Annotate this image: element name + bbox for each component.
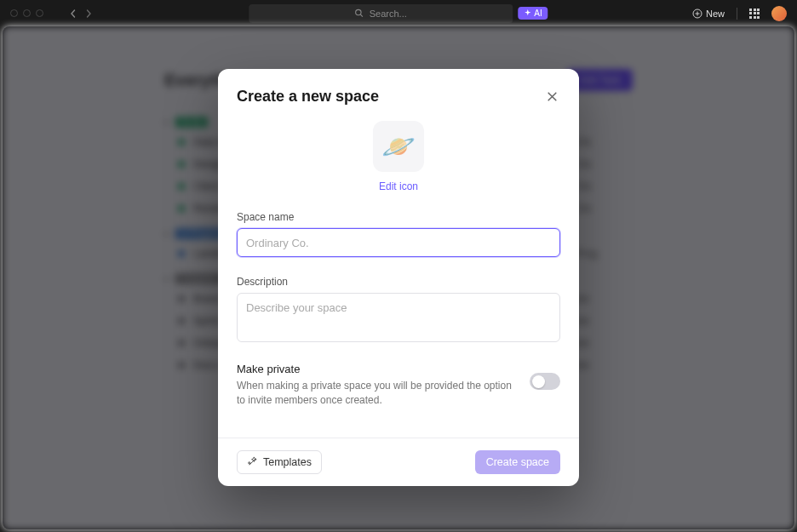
search-placeholder: Search...	[370, 9, 407, 19]
space-icon-tile[interactable]: 🪐	[373, 121, 424, 172]
user-avatar[interactable]	[771, 6, 787, 21]
space-name-input[interactable]	[237, 228, 560, 257]
create-space-button[interactable]: Create space	[475, 450, 560, 474]
svg-line-1	[361, 14, 363, 16]
make-private-title: Make private	[237, 363, 514, 375]
new-button[interactable]: New	[692, 9, 725, 19]
make-private-desc: When making a private space you will be …	[237, 379, 514, 409]
window-controls	[10, 9, 43, 17]
window-minimize[interactable]	[23, 9, 31, 17]
close-icon	[547, 91, 558, 102]
window-zoom[interactable]	[36, 9, 43, 17]
search-icon	[355, 9, 364, 18]
modal-title: Create a new space	[237, 88, 379, 106]
description-input[interactable]	[237, 293, 560, 342]
wand-icon	[247, 456, 258, 467]
toggle-knob	[532, 375, 545, 388]
templates-button[interactable]: Templates	[237, 450, 322, 474]
description-label: Description	[237, 276, 560, 288]
search-input[interactable]: Search...	[249, 4, 513, 23]
topbar: Search... AI New	[0, 0, 797, 26]
plus-circle-icon	[692, 9, 702, 19]
sparkle-icon	[524, 9, 531, 17]
window-close[interactable]	[10, 9, 18, 17]
divider	[737, 8, 737, 20]
nav-forward-icon[interactable]	[84, 9, 93, 18]
space-name-label: Space name	[237, 211, 560, 223]
nav-arrows	[69, 9, 93, 18]
planet-icon: 🪐	[381, 130, 416, 163]
svg-point-0	[356, 9, 361, 14]
ai-badge[interactable]: AI	[518, 7, 548, 20]
create-space-modal: Create a new space 🪐 Edit icon Space nam…	[218, 69, 579, 486]
close-button[interactable]	[543, 89, 560, 106]
make-private-toggle[interactable]	[530, 373, 560, 390]
apps-grid-icon[interactable]	[749, 9, 760, 19]
nav-back-icon[interactable]	[69, 9, 77, 18]
edit-icon-link[interactable]: Edit icon	[379, 180, 418, 192]
